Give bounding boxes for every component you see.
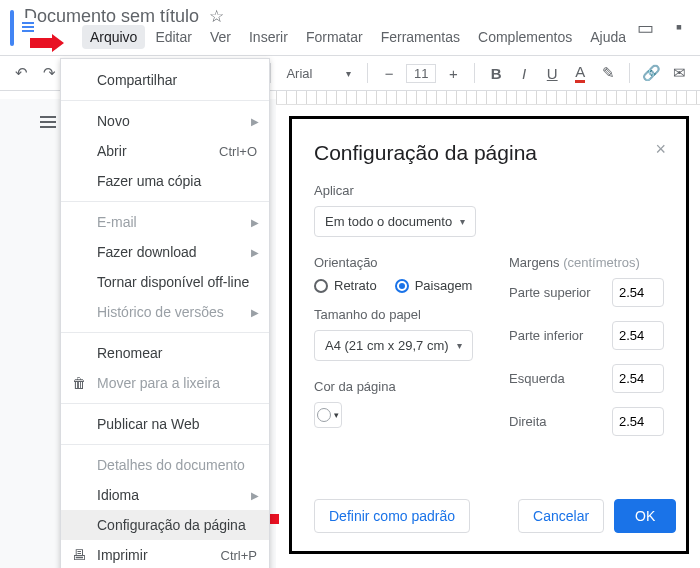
margin-right-input[interactable] [612, 407, 664, 436]
color-label: Cor da página [314, 379, 489, 394]
menuitem-download[interactable]: Fazer download▶ [61, 237, 269, 267]
menuitem-versions[interactable]: Histórico de versões▶ [61, 297, 269, 327]
margin-left-input[interactable] [612, 364, 664, 393]
menu-arquivo[interactable]: Arquivo [82, 25, 145, 49]
submenu-icon: ▶ [251, 490, 259, 501]
font-size-input[interactable]: 11 [406, 64, 436, 83]
set-default-button[interactable]: Definir como padrão [314, 499, 470, 533]
caret-icon: ▾ [457, 340, 462, 351]
shortcut-label: Ctrl+O [219, 144, 257, 159]
highlight-icon[interactable]: ✎ [597, 62, 619, 84]
font-name: Arial [286, 66, 312, 81]
svg-marker-0 [30, 34, 64, 52]
menu-formatar[interactable]: Formatar [298, 25, 371, 49]
docs-logo-icon[interactable] [10, 10, 14, 46]
menu-ajuda[interactable]: Ajuda [582, 25, 634, 49]
comment-add-icon[interactable]: ✉ [668, 62, 690, 84]
margin-bottom-input[interactable] [612, 321, 664, 350]
page-setup-dialog: Configuração da página × Aplicar Em todo… [289, 116, 689, 554]
margin-left-label: Esquerda [509, 371, 565, 386]
margin-top-input[interactable] [612, 278, 664, 307]
star-icon[interactable]: ☆ [209, 6, 224, 27]
menuitem-page-setup[interactable]: Configuração da página [61, 510, 269, 540]
print-icon: 🖶 [71, 547, 87, 563]
caret-icon: ▾ [334, 410, 339, 420]
margins-label: Margens (centímetros) [509, 255, 664, 270]
radio-landscape[interactable]: Paisagem [395, 278, 473, 293]
menuitem-copy[interactable]: Fazer uma cópia [61, 166, 269, 196]
menu-editar[interactable]: Editar [147, 25, 200, 49]
color-swatch-icon [317, 408, 331, 422]
caret-icon: ▾ [460, 216, 465, 227]
radio-portrait-label: Retrato [334, 278, 377, 293]
trash-icon: 🗑 [71, 375, 87, 391]
menuitem-share[interactable]: Compartilhar [61, 65, 269, 95]
menuitem-offline[interactable]: Tornar disponível off-line [61, 267, 269, 297]
apply-label: Aplicar [314, 183, 664, 198]
paper-value: A4 (21 cm x 29,7 cm) [325, 338, 449, 353]
font-select[interactable]: Arial▾ [280, 66, 357, 81]
radio-landscape-label: Paisagem [415, 278, 473, 293]
menuitem-trash[interactable]: 🗑Mover para a lixeira [61, 368, 269, 398]
annotation-arrow-menu [30, 34, 64, 55]
outline-icon[interactable] [40, 114, 58, 132]
bold-icon[interactable]: B [485, 62, 507, 84]
orientation-label: Orientação [314, 255, 489, 270]
apply-select[interactable]: Em todo o documento ▾ [314, 206, 476, 237]
file-menu-dropdown: Compartilhar Novo▶ AbrirCtrl+O Fazer uma… [60, 58, 270, 568]
shortcut-label: Ctrl+P [221, 548, 257, 563]
italic-icon[interactable]: I [513, 62, 535, 84]
radio-icon [314, 279, 328, 293]
menubar: Arquivo Editar Ver Inserir Formatar Ferr… [24, 25, 634, 49]
menuitem-new[interactable]: Novo▶ [61, 106, 269, 136]
margin-right-label: Direita [509, 414, 547, 429]
margin-top-label: Parte superior [509, 285, 591, 300]
submenu-icon: ▶ [251, 217, 259, 228]
menuitem-language[interactable]: Idioma▶ [61, 480, 269, 510]
redo-icon[interactable]: ↷ [38, 62, 60, 84]
menuitem-email[interactable]: E-mail▶ [61, 207, 269, 237]
underline-icon[interactable]: U [541, 62, 563, 84]
margin-bottom-label: Parte inferior [509, 328, 583, 343]
comment-icon[interactable]: ▭ [634, 17, 656, 39]
document-title[interactable]: Documento sem título [24, 6, 199, 27]
apply-value: Em todo o documento [325, 214, 452, 229]
link-icon[interactable]: 🔗 [640, 62, 662, 84]
submenu-icon: ▶ [251, 116, 259, 127]
menuitem-print[interactable]: 🖶ImprimirCtrl+P [61, 540, 269, 568]
font-decrease-icon[interactable]: − [378, 62, 400, 84]
text-color-icon[interactable]: A [569, 62, 591, 84]
menuitem-rename[interactable]: Renomear [61, 338, 269, 368]
menuitem-publish[interactable]: Publicar na Web [61, 409, 269, 439]
menu-complementos[interactable]: Complementos [470, 25, 580, 49]
radio-icon [395, 279, 409, 293]
page-color-select[interactable]: ▾ [314, 402, 342, 428]
menu-ferramentas[interactable]: Ferramentas [373, 25, 468, 49]
cancel-button[interactable]: Cancelar [518, 499, 604, 533]
paper-select[interactable]: A4 (21 cm x 29,7 cm) ▾ [314, 330, 473, 361]
radio-portrait[interactable]: Retrato [314, 278, 377, 293]
undo-icon[interactable]: ↶ [10, 62, 32, 84]
menu-ver[interactable]: Ver [202, 25, 239, 49]
menuitem-open[interactable]: AbrirCtrl+O [61, 136, 269, 166]
paper-label: Tamanho do papel [314, 307, 489, 322]
menu-inserir[interactable]: Inserir [241, 25, 296, 49]
present-icon[interactable]: ▪ [668, 17, 690, 39]
close-icon[interactable]: × [655, 139, 666, 160]
dialog-title: Configuração da página [314, 141, 664, 165]
submenu-icon: ▶ [251, 307, 259, 318]
submenu-icon: ▶ [251, 247, 259, 258]
ok-button[interactable]: OK [614, 499, 676, 533]
menuitem-details[interactable]: Detalhes do documento [61, 450, 269, 480]
font-increase-icon[interactable]: + [442, 62, 464, 84]
titlebar: Documento sem título ☆ Arquivo Editar Ve… [0, 0, 700, 51]
